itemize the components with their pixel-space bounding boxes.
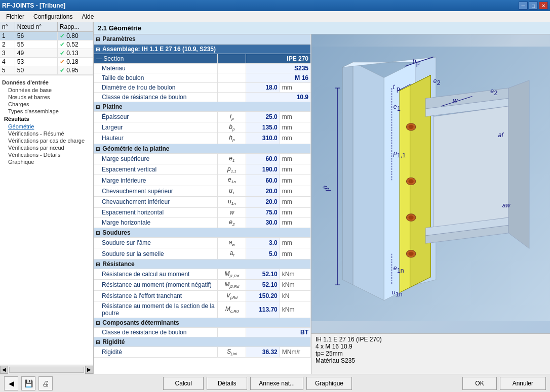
tree-item-donnees-base[interactable]: Données de base [2, 86, 91, 94]
params-header-row: ⊟ Paramètres [94, 34, 311, 44]
materiau-value-cell: S235 [246, 63, 311, 73]
table-row[interactable]: 5 50 ✔ 0.95 [0, 66, 93, 75]
classe-res-boulon-symbol-cell [218, 327, 246, 337]
hauteur-unit-cell: mm [280, 133, 310, 144]
maximize-button[interactable]: □ [529, 2, 538, 10]
platine-expand-icon[interactable]: ⊟ [96, 104, 100, 110]
content-area: ⊟ Paramètres ⊟ Assemblage: IH 1.1 E 27 1… [94, 34, 550, 374]
menu-aide[interactable]: Aide [77, 12, 98, 21]
assemblage-header-cell: ⊟ Assemblage: IH 1.1 E 27 16 (10.9, S235… [94, 44, 311, 54]
menu-fichier[interactable]: Fichier [2, 12, 28, 21]
view-info-line3: tp= 25mm [316, 350, 546, 357]
marge-inf-row: Marge inférieure e1n 60.0 mm [94, 175, 311, 186]
tree-item-charges[interactable]: Charges [2, 101, 91, 108]
expand-icon[interactable]: ⊟ [96, 36, 100, 42]
epaisseur-unit-cell: mm [280, 111, 310, 122]
param-table: ⊟ Paramètres ⊟ Assemblage: IH 1.1 E 27 1… [94, 34, 311, 358]
rigidite-expand-icon[interactable]: ⊟ [96, 339, 100, 345]
status-icon-warn: ✔ [60, 58, 65, 65]
resistance-effort-value: 150.20 [259, 292, 278, 299]
details-button[interactable]: Détails [207, 377, 247, 390]
resistance-moment-neg-unit-cell: kNm [280, 280, 310, 290]
scroll-right-arrow[interactable]: ▶ [85, 366, 93, 374]
bottom-icon-btn-3[interactable]: 🖨 [38, 376, 53, 390]
chevauche-sup-unit-cell: mm [280, 186, 310, 196]
chevauche-sup-label: Chevauchement supérieur [102, 188, 173, 195]
view-3d-canvas[interactable]: b p t p e 2 w e 2 [311, 34, 550, 333]
resistance-moment-neg-unit: kNm [282, 281, 295, 288]
assemblage-header-row: ⊟ Assemblage: IH 1.1 E 27 16 (10.9, S235… [94, 44, 311, 54]
resistance-moment-neg-value: 52.10 [262, 281, 278, 288]
chevauche-inf-value-cell: 20.0 [246, 197, 280, 207]
tree-item-verif-details[interactable]: Vérifications - Détails [2, 151, 91, 158]
composants-expand-icon[interactable]: ⊟ [96, 320, 100, 326]
resistance-moment-label-cell: Résistance de calcul au moment [94, 269, 218, 279]
materiau-label-cell: Matériau [94, 63, 218, 73]
cell-n: 3 [0, 49, 15, 58]
tree-item-verif-resume[interactable]: Vérifications - Résumé [2, 130, 91, 137]
rigidite-header-label: Rigidité [102, 338, 125, 345]
marge-h-label: Marge horizontale [102, 219, 150, 226]
tree-item-verif-noeud[interactable]: Vérifications par nœud [2, 144, 91, 151]
calcul-button[interactable]: Calcul [163, 377, 204, 390]
bottom-icon-btn-1[interactable]: ◀ [4, 376, 18, 390]
bottom-icon-btn-2[interactable]: 💾 [21, 376, 35, 390]
rigidite-unit: MNm/r [282, 349, 300, 356]
assemblage-expand-icon[interactable]: ⊟ [96, 47, 100, 52]
scroll-left-arrow[interactable]: ◀ [0, 366, 8, 374]
diametre-trou-unit: mm [282, 84, 292, 91]
geo-expand-icon[interactable]: ⊟ [96, 146, 100, 152]
espacement-h-value: 75.0 [265, 209, 277, 216]
title-bar-controls: ─ □ ✕ [519, 2, 548, 10]
diametre-trou-unit-cell: mm [280, 82, 310, 92]
section-value: IPE 270 [287, 55, 308, 62]
menu-configurations[interactable]: Configurations [29, 12, 76, 21]
table-row[interactable]: 2 55 ✔ 0.52 [0, 40, 93, 49]
hauteur-symbol-cell: hp [218, 133, 246, 144]
cell-node: 50 [15, 66, 57, 75]
tree-item-types-assemblage[interactable]: Types d'assemblage [2, 108, 91, 115]
composants-header-row: ⊟ Composants déterminants [94, 318, 311, 327]
annexe-button[interactable]: Annexe nat... [250, 377, 303, 390]
node-table-scroll[interactable]: n° Nœud n° Rapp... 1 56 ✔ 0.80 2 55 ✔ 0.… [0, 22, 93, 75]
soudures-expand-icon[interactable]: ⊟ [96, 230, 100, 236]
table-row[interactable]: 3 49 ✔ 0.13 [0, 49, 93, 58]
svg-point-20 [408, 215, 413, 220]
taille-boulon-label: Taille de boulon [102, 74, 144, 81]
tree-item-noeuds-barres[interactable]: Nœuds et barres [2, 94, 91, 101]
resistance-expand-icon[interactable]: ⊟ [96, 262, 100, 267]
tree-item-geometrie[interactable]: Géométrie [2, 123, 91, 130]
horizontal-scrollbar[interactable] [9, 367, 84, 373]
tree-item-graphique[interactable]: Graphique [2, 158, 91, 165]
marge-h-value-cell: 30.0 [246, 217, 280, 228]
annuler-button[interactable]: Annuler [500, 377, 546, 390]
marge-h-label-cell: Marge horizontale [94, 217, 218, 228]
rigidite-label: Rigidité [102, 349, 122, 356]
ok-button[interactable]: OK [462, 377, 496, 390]
soudure-ame-label: Soudure sur l'âme [102, 239, 151, 246]
section-title: 2.1 Géométrie [94, 22, 550, 34]
svg-point-16 [408, 125, 413, 129]
diametre-trou-row: Diamètre de trou de boulon 18.0 mm [94, 82, 311, 92]
espacement-v-label: Espacement vertical [102, 166, 156, 173]
minimize-button[interactable]: ─ [519, 2, 528, 10]
chevauche-inf-label: Chevauchement inférieur [102, 198, 170, 205]
tree-item-verif-cas-charge[interactable]: Vérifications par cas de charge [2, 137, 91, 144]
main-container: n° Nœud n° Rapp... 1 56 ✔ 0.80 2 55 ✔ 0.… [0, 22, 550, 374]
table-row[interactable]: 1 56 ✔ 0.80 [0, 32, 93, 40]
materiau-row: Matériau S235 [94, 63, 311, 73]
table-row[interactable]: 4 53 ✔ 0.18 [0, 58, 93, 66]
soudure-ame-row: Soudure sur l'âme aw 3.0 mm [94, 238, 311, 248]
taille-boulon-row: Taille de boulon M 16 [94, 73, 311, 82]
cell-n: 4 [0, 58, 15, 66]
hauteur-value-cell: 310.0 [246, 133, 280, 144]
largeur-label: Largeur [102, 124, 123, 131]
marge-inf-symbol-cell: e1n [218, 175, 246, 186]
close-button[interactable]: ✕ [539, 2, 548, 10]
svg-text:t: t [393, 83, 395, 91]
graphique-button[interactable]: Graphique [306, 377, 352, 390]
marge-sup-label-cell: Marge supérieure [94, 153, 218, 164]
data-table-panel[interactable]: ⊟ Paramètres ⊟ Assemblage: IH 1.1 E 27 1… [94, 34, 311, 374]
espacement-v-label-cell: Espacement vertical [94, 164, 218, 175]
geo-platine-header-cell: ⊟ Géométrie de la platine [94, 144, 311, 153]
